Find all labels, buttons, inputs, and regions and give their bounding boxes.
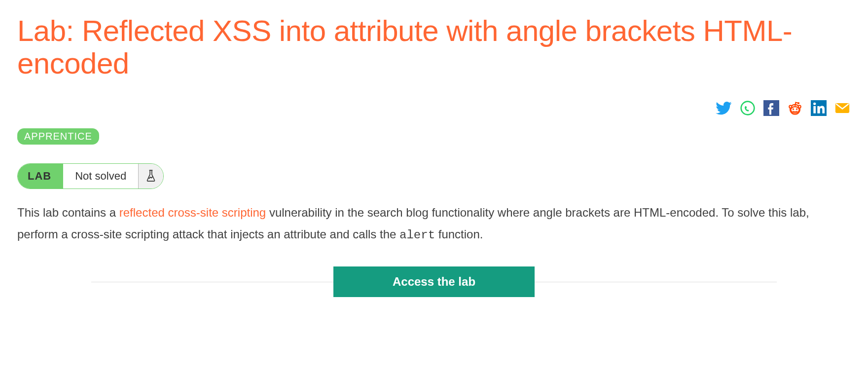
svg-rect-10	[813, 106, 816, 113]
linkedin-icon[interactable]	[810, 100, 827, 116]
svg-point-11	[813, 103, 816, 105]
difficulty-badge: APPRENTICE	[17, 128, 99, 145]
whatsapp-icon[interactable]	[739, 100, 756, 116]
desc-text-1: This lab contains a	[17, 206, 119, 219]
reflected-xss-link[interactable]: reflected cross-site scripting	[119, 206, 266, 219]
svg-point-7	[789, 106, 792, 108]
svg-point-5	[796, 108, 797, 110]
flask-icon	[139, 164, 163, 189]
svg-point-8	[797, 102, 799, 104]
page-title: Lab: Reflected XSS into attribute with a…	[17, 15, 851, 80]
lab-status-text: Not solved	[63, 164, 139, 189]
twitter-icon[interactable]	[716, 100, 732, 116]
share-row	[17, 100, 851, 116]
access-lab-button[interactable]: Access the lab	[333, 266, 535, 297]
svg-point-0	[741, 102, 755, 115]
svg-point-4	[793, 108, 794, 110]
lab-label: LAB	[18, 164, 63, 189]
email-icon[interactable]	[834, 100, 851, 116]
access-row: Access the lab	[17, 266, 851, 297]
svg-point-6	[798, 106, 801, 108]
lab-status-widget: LAB Not solved	[17, 163, 164, 189]
reddit-icon[interactable]	[787, 100, 803, 116]
facebook-icon[interactable]	[763, 100, 780, 116]
alert-code: alert	[399, 228, 435, 242]
lab-description: This lab contains a reflected cross-site…	[17, 202, 851, 247]
desc-text-3: function.	[435, 227, 483, 241]
